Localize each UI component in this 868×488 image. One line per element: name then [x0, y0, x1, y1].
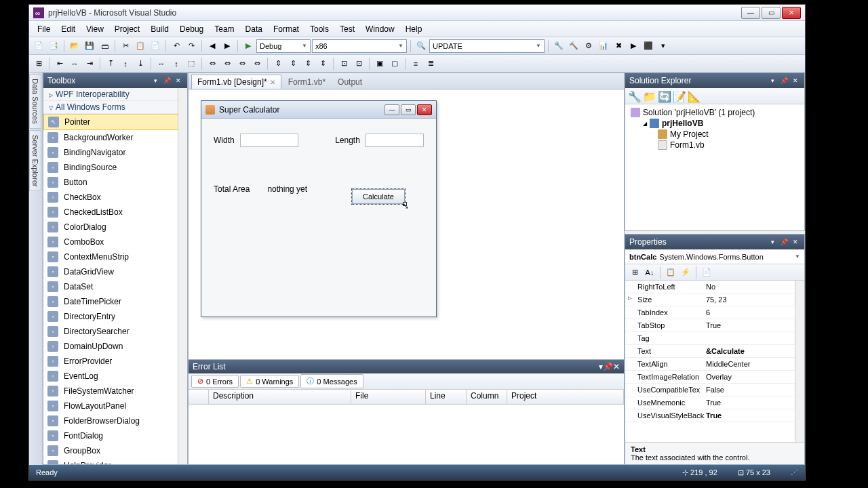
- property-row[interactable]: UseMnemonicTrue: [625, 396, 804, 409]
- property-value[interactable]: No: [703, 283, 804, 291]
- misc-icon[interactable]: ≣: [424, 57, 437, 70]
- props-close-icon[interactable]: ✕: [791, 237, 800, 247]
- messages-tab[interactable]: ⓘ0 Messages: [300, 374, 363, 388]
- property-row[interactable]: RightToLeftNo: [625, 281, 804, 293]
- align-left-icon[interactable]: ⇤: [53, 57, 66, 70]
- property-object-selector[interactable]: btnCalc System.Windows.Forms.Button ▼: [625, 249, 804, 264]
- menu-test[interactable]: Test: [334, 24, 360, 34]
- bring-front-icon[interactable]: ▣: [373, 57, 387, 70]
- menu-data[interactable]: Data: [240, 24, 268, 34]
- solex-close-icon[interactable]: ✕: [791, 76, 800, 85]
- properties-icon2[interactable]: 📋: [664, 266, 677, 279]
- ext4-icon[interactable]: 📊: [597, 39, 610, 53]
- align-center-icon[interactable]: ↔: [68, 57, 81, 70]
- error-col-column[interactable]: Column: [467, 390, 507, 404]
- align-bottom-icon[interactable]: ⤓: [134, 57, 147, 70]
- error-col-file[interactable]: File: [351, 390, 426, 404]
- menu-debug[interactable]: Debug: [174, 24, 209, 34]
- maximize-button[interactable]: ▭: [762, 7, 781, 19]
- props-dropdown-icon[interactable]: ▾: [768, 237, 777, 247]
- myproject-node[interactable]: My Project: [628, 129, 802, 140]
- toolbox-item-flowlayoutpanel[interactable]: ▫FlowLayoutPanel: [43, 399, 187, 413]
- align-middle-icon[interactable]: ↕: [119, 57, 132, 70]
- toolbox-group-winforms[interactable]: ▽All Windows Forms: [43, 101, 187, 114]
- error-col-line[interactable]: Line: [426, 390, 467, 404]
- property-value[interactable]: True: [703, 321, 804, 329]
- property-row[interactable]: ▷Size75, 23: [625, 293, 804, 306]
- menu-project[interactable]: Project: [109, 24, 145, 34]
- doc-tab[interactable]: Form1.vb [Design]*✕: [191, 75, 281, 89]
- toolbox-item-directorysearcher[interactable]: ▫DirectorySearcher: [43, 324, 187, 339]
- property-value[interactable]: True: [703, 399, 804, 407]
- toolbox-item-backgroundworker[interactable]: ▫BackgroundWorker: [43, 130, 187, 145]
- menu-build[interactable]: Build: [145, 24, 174, 34]
- toolbox-item-directoryentry[interactable]: ▫DirectoryEntry: [43, 309, 187, 324]
- property-value[interactable]: 75, 23: [703, 296, 804, 304]
- toolbox-item-checkbox[interactable]: ▫CheckBox: [43, 190, 187, 205]
- toolbox-item-bindingsource[interactable]: ▫BindingSource: [43, 160, 187, 175]
- form-close-button[interactable]: ✕: [417, 104, 432, 115]
- datasources-tab[interactable]: Data Sources: [29, 74, 41, 129]
- props-pin-icon[interactable]: 📌: [779, 237, 789, 247]
- toolbox-item-fontdialog[interactable]: ▫FontDialog: [43, 428, 187, 443]
- close-button[interactable]: ✕: [782, 7, 801, 19]
- ext3-icon[interactable]: ⚙: [582, 39, 595, 53]
- toolbox-item-groupbox[interactable]: ▫GroupBox: [43, 443, 187, 458]
- hspacing3-icon[interactable]: ⇔: [235, 57, 249, 70]
- toolbox-item-bindingnavigator[interactable]: ▫BindingNavigator: [43, 145, 187, 160]
- solution-config-dropdown[interactable]: Debug▼: [256, 39, 311, 53]
- alphabetical-icon[interactable]: A↓: [643, 266, 656, 279]
- form-minimize-button[interactable]: —: [384, 104, 399, 115]
- solex-pin-icon[interactable]: 📌: [779, 76, 789, 85]
- toolbox-item-datagridview[interactable]: ▫DataGridView: [43, 264, 187, 279]
- center-h-icon[interactable]: ⊡: [337, 57, 351, 70]
- hspacing-icon[interactable]: ⇔: [205, 57, 219, 70]
- form-super-calculator[interactable]: Super Calculator — ▭ ✕ Width Length: [201, 100, 437, 317]
- toolbox-item-pointer[interactable]: ↖Pointer: [43, 114, 187, 130]
- toolbox-scrollbar[interactable]: [178, 88, 187, 464]
- server-explorer-tab[interactable]: Server Explorer: [29, 130, 41, 191]
- properties-scrollbar[interactable]: [795, 281, 804, 442]
- label-result[interactable]: nothing yet: [267, 184, 307, 194]
- align-top-icon[interactable]: ⤒: [104, 57, 117, 70]
- ext6-icon[interactable]: ▶: [627, 39, 640, 53]
- menu-view[interactable]: View: [81, 24, 109, 34]
- menu-team[interactable]: Team: [209, 24, 239, 34]
- property-row[interactable]: Text&Calculate: [625, 345, 804, 358]
- property-pages-icon[interactable]: 📄: [700, 266, 713, 279]
- error-col-icon[interactable]: [189, 390, 209, 404]
- save-all-icon[interactable]: 🗃: [98, 39, 111, 53]
- center-v-icon[interactable]: ⊡: [352, 57, 366, 70]
- paste-icon[interactable]: 📄: [149, 39, 162, 53]
- nav-back-icon[interactable]: ◀: [205, 39, 219, 53]
- categorized-icon[interactable]: ⊞: [628, 266, 642, 279]
- same-height-icon[interactable]: ↕: [170, 57, 183, 70]
- menu-file[interactable]: File: [32, 24, 56, 34]
- solution-node[interactable]: Solution 'prjHelloVB' (1 project): [628, 107, 802, 118]
- resize-grip-icon[interactable]: ⋰: [791, 468, 798, 477]
- align-grid-icon[interactable]: ⊞: [32, 57, 45, 70]
- same-width-icon[interactable]: ↔: [155, 57, 168, 70]
- hspacing4-icon[interactable]: ⇔: [250, 57, 264, 70]
- label-width[interactable]: Width: [214, 136, 235, 145]
- toolbox-dropdown-icon[interactable]: ▾: [151, 76, 160, 85]
- toolbox-item-folderbrowserdialog[interactable]: ▫FolderBrowserDialog: [43, 413, 187, 428]
- new-project-icon[interactable]: 📄: [32, 39, 45, 53]
- cut-icon[interactable]: ✂: [119, 39, 132, 53]
- toolbox-item-eventlog[interactable]: ▫EventLog: [43, 369, 187, 384]
- errorlist-close-icon[interactable]: ✕: [613, 362, 620, 371]
- ext1-icon[interactable]: 🔧: [552, 39, 566, 53]
- property-value[interactable]: True: [703, 411, 804, 420]
- property-row[interactable]: UseVisualStyleBackTrue: [625, 409, 804, 422]
- property-row[interactable]: TextAlignMiddleCenter: [625, 358, 804, 371]
- toolbox-pin-icon[interactable]: 📌: [162, 76, 172, 85]
- toolbox-item-helpprovider[interactable]: ▫HelpProvider: [43, 458, 187, 464]
- find-icon[interactable]: 🔍: [414, 39, 428, 53]
- align-right-icon[interactable]: ⇥: [83, 57, 96, 70]
- solex-dropdown-icon[interactable]: ▾: [768, 76, 777, 85]
- toolbox-item-contextmenustrip[interactable]: ▫ContextMenuStrip: [43, 249, 187, 264]
- vspacing3-icon[interactable]: ⇕: [301, 57, 315, 70]
- toolbox-group-wpf[interactable]: ▷WPF Interoperability: [43, 88, 187, 101]
- vspacing2-icon[interactable]: ⇕: [286, 57, 300, 70]
- show-all-icon[interactable]: 📁: [643, 90, 655, 102]
